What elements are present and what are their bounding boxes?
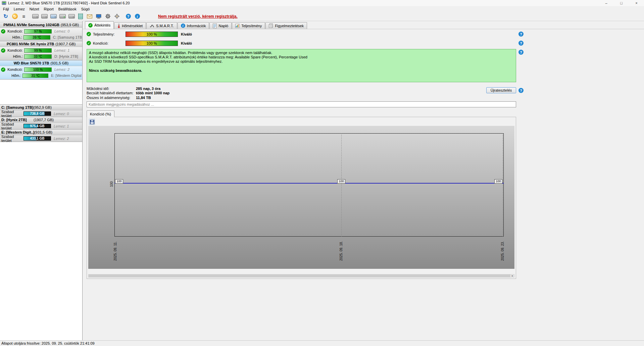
check-icon: ✓ xyxy=(88,23,93,28)
help-icon[interactable]: ? xyxy=(124,12,133,20)
disk-size: (953,9 GB) xyxy=(61,23,79,27)
disk-size: (1907,7 GB) xyxy=(55,42,76,46)
title-bar: Lemez: 2, WD Blue SN570 1TB [23151780749… xyxy=(0,0,644,6)
health-line: A kondíciót a következő SSD-specifikus S… xyxy=(89,55,514,59)
menu-nezet[interactable]: Nézet xyxy=(27,7,42,11)
performance-row: ✓ Teljesítmény: 100 % Kiváló xyxy=(87,31,192,37)
temperature-label: Hőm.: xyxy=(6,35,22,39)
menu-lemez[interactable]: Lemez xyxy=(11,7,27,11)
tab-attekintes[interactable]: ✓ Áttekintés xyxy=(85,21,114,29)
text-report-icon[interactable] xyxy=(76,12,85,20)
stat-value: 11,84 TB xyxy=(136,96,151,100)
free-space-label: Szabad terület xyxy=(1,122,23,130)
settings-gear-icon[interactable] xyxy=(103,12,112,20)
tab-smart[interactable]: S.M.A.R.T. xyxy=(146,22,177,29)
stat-value: 285 nap, 3 óra xyxy=(136,87,160,91)
condition-label: Kondíció: xyxy=(6,48,23,52)
point-value-label: 100 xyxy=(115,179,123,184)
menu-sugo[interactable]: Súgó xyxy=(79,7,92,11)
refresh-icon[interactable]: ↻ xyxy=(1,12,10,20)
partition-item-0[interactable]: C: [Samsung 1TB] (952,9 GB) Szabad terül… xyxy=(0,105,82,117)
report-menu-icon[interactable]: ≡ xyxy=(19,12,28,20)
floppy-icon xyxy=(90,120,94,124)
health-ok-icon: ✓ xyxy=(1,48,5,53)
partition-name: E: [Western Digit..] xyxy=(1,130,34,134)
hdd-surface-icon[interactable] xyxy=(67,12,76,20)
gridline-2025-09-23 xyxy=(503,133,503,237)
tab-figyelmeztetesek[interactable]: Figyelmeztetések xyxy=(265,22,307,29)
menu-fajl[interactable]: Fájl xyxy=(1,7,11,11)
thermometer-icon xyxy=(117,23,120,28)
tab-naplo[interactable]: Napló xyxy=(209,22,232,29)
hdd-device-icon-3[interactable] xyxy=(49,12,58,20)
disk-number: Lemez: 2 xyxy=(54,137,69,141)
chart-tab-kondicio[interactable]: Kondíció (%) xyxy=(87,110,114,117)
performance-bar: 100 % xyxy=(126,32,178,37)
temperature-bar: 31 °C xyxy=(22,73,48,78)
chart-horizontal-scrollbar[interactable]: ▸ xyxy=(88,274,514,278)
help-performance-icon[interactable]: ? xyxy=(518,32,524,37)
point-value-label: 100 xyxy=(494,179,502,184)
condition-bar: 97 % xyxy=(24,29,52,34)
performance-chart-icon xyxy=(235,24,240,28)
sidebar: PM9A1 NVMe Samsung 1024GB (953,9 GB) ✓ K… xyxy=(0,21,83,340)
scroll-right-button[interactable]: ▸ xyxy=(511,275,514,277)
tab-homerseklet[interactable]: Hőmérséklet xyxy=(114,22,146,29)
disk-number: Lemez: 0 xyxy=(54,112,69,116)
detect-disks-icon[interactable]: ↻ xyxy=(10,12,19,20)
preferences-gear-icon[interactable] xyxy=(112,12,121,20)
partition-size: (952,9 GB) xyxy=(34,105,52,109)
help-retest-icon[interactable]: ? xyxy=(518,88,524,93)
performance-rating: Kiváló xyxy=(181,32,192,36)
save-chart-button[interactable] xyxy=(89,119,95,125)
x-axis-label: 2025. 09. 23. xyxy=(501,241,504,261)
condition-bar: 100 % xyxy=(126,41,178,46)
scrollbar-thumb[interactable] xyxy=(89,275,510,277)
hdd-device-icon-1[interactable] xyxy=(31,12,40,20)
about-info-icon[interactable]: i xyxy=(133,12,142,20)
comment-input[interactable] xyxy=(87,101,516,107)
hdd-test-icon[interactable] xyxy=(58,12,67,20)
partition-item-1[interactable]: D: [Hynix 2TB] (1907,7 GB) Szabad terüle… xyxy=(0,117,82,130)
minimize-button[interactable]: – xyxy=(599,0,614,6)
close-button[interactable]: × xyxy=(629,0,644,6)
health-advice: Nincs szükség beavatkozásra. xyxy=(89,68,514,73)
partition-list: C: [Samsung 1TB] (952,9 GB) Szabad terül… xyxy=(0,104,82,142)
health-ok-icon: ✓ xyxy=(1,29,5,34)
condition-series-line xyxy=(114,183,504,184)
disk-item-0[interactable]: PM9A1 NVMe Samsung 1024GB (953,9 GB) ✓ K… xyxy=(0,22,82,41)
retest-button[interactable]: Újratesztelés xyxy=(486,87,516,93)
disk-item-1[interactable]: PC801 NVMe SK hynix 2TB (1907,7 GB) ✓ Ko… xyxy=(0,41,82,60)
performance-label: Teljesítmény: xyxy=(93,32,126,36)
email-icon[interactable] xyxy=(85,12,94,20)
gridline-2025-09-18 xyxy=(341,133,342,237)
partition-size: (931,5 GB) xyxy=(34,130,52,134)
partition-name: D: [Hynix 2TB] xyxy=(1,118,34,122)
drive-letter: C: [Samsung 1TB] xyxy=(53,35,82,39)
health-line: A mozgó alkatrész nélküli meghajtó (SSD)… xyxy=(89,51,514,55)
maximize-button[interactable]: □ xyxy=(614,0,629,6)
remote-monitor-icon[interactable] xyxy=(94,12,103,20)
help-condition-icon[interactable]: ? xyxy=(518,41,524,46)
condition-label: Kondíció: xyxy=(6,67,23,71)
condition-chart-panel: 100 100 100 100 2025. 09. 11. 2025. 09. … xyxy=(87,117,516,279)
condition-label: Kondíció: xyxy=(93,41,126,45)
stat-label: Összes írt adatmennyiség: xyxy=(87,96,136,100)
free-space-bar: 975,4 GB xyxy=(23,124,51,128)
temperature-bar: 39 °C xyxy=(23,35,50,40)
hdd-device-icon-2[interactable] xyxy=(40,12,49,20)
warnings-pages-icon xyxy=(269,23,273,28)
tab-teljesitmeny[interactable]: Teljesítmény xyxy=(232,22,265,29)
menu-beallitasok[interactable]: Beállítások xyxy=(56,7,79,11)
register-link[interactable]: Nem regisztrált verzió, kérem regisztrál… xyxy=(158,14,238,19)
lifetime-stats: Működési idő: 285 nap, 3 óra Becsült hát… xyxy=(87,86,169,100)
health-line: Az SSD TRIM funkciója támogatva és enged… xyxy=(89,59,514,64)
disk-list: PM9A1 NVMe Samsung 1024GB (953,9 GB) ✓ K… xyxy=(0,22,82,80)
partition-item-2[interactable]: E: [Western Digit..] (931,5 GB) Szabad t… xyxy=(0,130,82,142)
tab-informaciok[interactable]: i Információk xyxy=(178,22,209,29)
help-health-icon[interactable]: ? xyxy=(518,50,524,55)
disk-item-2-selected[interactable]: WD Blue SN570 1TB (931,5 GB) ✓ Kondíció:… xyxy=(0,60,82,80)
main-area: ✓ Áttekintés Hőmérséklet S.M.A.R.T. i In… xyxy=(83,21,644,340)
menu-riport[interactable]: Riport xyxy=(42,7,56,11)
stat-label: Működési idő: xyxy=(87,87,136,91)
